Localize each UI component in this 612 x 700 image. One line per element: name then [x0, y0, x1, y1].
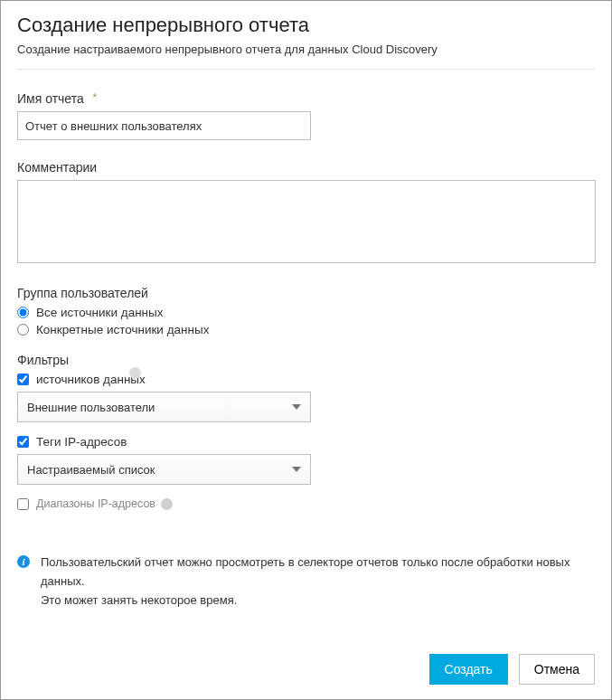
info-line-1: Пользовательский отчет можно просмотреть…	[41, 553, 595, 591]
radio-specific-sources-label: Конкретные источники данных	[36, 323, 209, 336]
radio-specific-sources[interactable]	[17, 324, 29, 336]
radio-all-sources-row[interactable]: Все источники данных	[17, 306, 595, 319]
create-continuous-report-dialog: Создание непрерывного отчета Создание на…	[0, 0, 612, 700]
radio-specific-sources-row[interactable]: Конкретные источники данных	[17, 323, 595, 336]
filters-heading: Фильтры	[17, 353, 595, 367]
filter-ip-tags-select-value: Настраиваемый список	[27, 463, 292, 477]
filter-data-sources-checkbox[interactable]	[17, 374, 29, 385]
help-icon	[161, 498, 173, 510]
info-banner: i Пользовательский отчет можно просмотре…	[17, 553, 595, 610]
info-line-2: Это может занять некоторое время.	[41, 591, 595, 610]
comments-textarea[interactable]	[17, 180, 596, 263]
filter-data-sources-row[interactable]: источников данных	[17, 373, 595, 386]
cancel-button[interactable]: Отмена	[519, 654, 595, 685]
filter-ip-tags-select[interactable]: Настраиваемый список	[17, 454, 311, 485]
filter-ip-tags-checkbox[interactable]	[17, 436, 29, 448]
info-icon: i	[17, 555, 30, 568]
help-icon	[129, 367, 141, 379]
radio-all-sources-label: Все источники данных	[36, 306, 164, 319]
filter-data-sources-select-value: Внешние пользователи	[27, 401, 292, 414]
filter-ip-ranges-row[interactable]: Диапазоны IP-адресов	[17, 497, 595, 510]
radio-all-sources[interactable]	[17, 307, 29, 318]
filter-ip-ranges-checkbox[interactable]	[17, 498, 29, 510]
filter-ip-tags-row[interactable]: Теги IP-адресов	[17, 435, 595, 449]
divider	[17, 69, 595, 70]
comments-label: Комментарии	[17, 160, 595, 175]
filter-data-sources-select[interactable]: Внешние пользователи	[17, 392, 311, 422]
chevron-down-icon	[292, 467, 301, 472]
report-name-input[interactable]	[17, 111, 311, 140]
report-name-label: Имя отчета *	[17, 91, 595, 106]
info-text: Пользовательский отчет можно просмотреть…	[41, 553, 595, 610]
dialog-footer: Создать Отмена	[429, 654, 595, 685]
filter-ip-tags-label: Теги IP-адресов	[36, 435, 127, 449]
user-group-heading: Группа пользователей	[17, 286, 595, 300]
report-name-label-text: Имя отчета	[17, 91, 84, 106]
chevron-down-icon	[292, 404, 301, 410]
filter-ip-ranges-label: Диапазоны IP-адресов	[36, 497, 155, 510]
create-button[interactable]: Создать	[429, 654, 508, 685]
required-asterisk: *	[93, 91, 98, 104]
dialog-subtitle: Создание настраиваемого непрерывного отч…	[17, 43, 595, 56]
dialog-title: Создание непрерывного отчета	[17, 14, 595, 37]
